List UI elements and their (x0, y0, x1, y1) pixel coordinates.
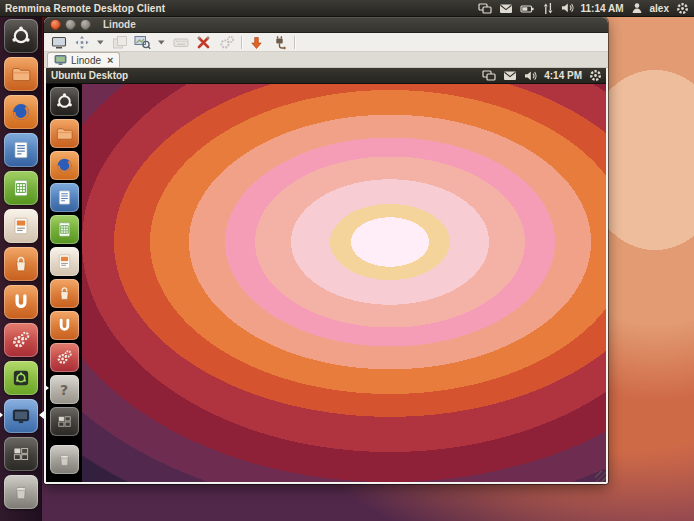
host-indicator-area: 11:14 AM alex (478, 2, 689, 15)
remote-clock[interactable]: 4:14 PM (544, 70, 582, 81)
remote-launcher: ? (46, 84, 82, 482)
switch-tab-button[interactable] (111, 34, 128, 51)
running-indicator-arrow (46, 385, 52, 391)
battery-icon[interactable] (520, 2, 535, 15)
remmina-window: Linode (44, 17, 608, 484)
launcher-item-home-folder[interactable] (4, 57, 38, 91)
launcher-item-firefox[interactable] (4, 95, 38, 129)
user-icon[interactable] (631, 2, 643, 14)
host-launcher (0, 17, 42, 521)
remote-launcher-item-dash-home[interactable] (50, 87, 79, 116)
host-top-panel: Remmina Remote Desktop Client 11:14 AM a… (0, 0, 694, 17)
running-indicator-arrow (0, 411, 7, 419)
remote-wallpaper[interactable] (82, 84, 606, 482)
remote-indicator-area: 4:14 PM (482, 69, 602, 82)
launcher-item-ubuntu-software-center[interactable] (4, 247, 38, 281)
launcher-item-workspace-switcher[interactable] (4, 437, 38, 471)
toolbar-separator (241, 36, 242, 49)
remote-menu-title[interactable]: Ubuntu Desktop (51, 70, 128, 81)
remote-launcher-item-libreoffice-calc[interactable] (50, 215, 79, 244)
tools-button[interactable] (195, 34, 212, 51)
fit-window-dropdown-icon[interactable] (96, 34, 105, 51)
remote-session: Ubuntu Desktop 4:14 PM (46, 68, 606, 482)
session-gear-icon[interactable] (589, 69, 602, 82)
remote-launcher-item-unknown-app[interactable]: ? (50, 375, 79, 404)
workspaces-icon[interactable] (482, 69, 496, 82)
launcher-item-remmina[interactable] (4, 399, 38, 433)
remote-launcher-item-home-folder[interactable] (50, 119, 79, 148)
question-mark-icon: ? (60, 382, 68, 398)
launcher-item-libreoffice-writer[interactable] (4, 133, 38, 167)
toggle-scaled-mode-button[interactable] (134, 34, 151, 51)
remote-launcher-item-ubuntu-software-center[interactable] (50, 279, 79, 308)
remmina-toolbar (44, 33, 608, 52)
messages-icon[interactable] (499, 2, 513, 15)
launcher-item-system-settings[interactable] (4, 323, 38, 357)
launcher-item-ubuntu-app[interactable] (4, 361, 38, 395)
remote-launcher-item-libreoffice-writer[interactable] (50, 183, 79, 212)
tab-label: Linode (71, 55, 101, 66)
scaled-dropdown-icon[interactable] (157, 34, 166, 51)
messages-icon[interactable] (503, 69, 517, 82)
window-titlebar[interactable]: Linode (44, 17, 608, 33)
gears-button[interactable] (218, 34, 235, 51)
desktop: Remmina Remote Desktop Client 11:14 AM a… (0, 0, 694, 521)
remote-launcher-item-system-settings[interactable] (50, 343, 79, 372)
tab-monitor-icon (54, 54, 67, 66)
host-clock[interactable]: 11:14 AM (581, 3, 624, 14)
minimize-button[interactable] (65, 19, 76, 30)
close-button[interactable] (50, 19, 61, 30)
workspaces-icon[interactable] (478, 2, 492, 15)
launcher-item-dash-home[interactable] (4, 19, 38, 53)
remote-launcher-item-libreoffice-impress[interactable] (50, 247, 79, 276)
tab-close-icon[interactable]: × (107, 55, 113, 66)
focused-indicator-arrow (35, 411, 44, 419)
window-title: Linode (103, 19, 136, 30)
toolbar-separator (294, 36, 295, 49)
fit-window-button[interactable] (73, 34, 90, 51)
username[interactable]: alex (650, 3, 669, 14)
disconnect-button[interactable] (271, 34, 288, 51)
sound-icon[interactable] (561, 2, 574, 14)
active-app-title: Remmina Remote Desktop Client (5, 3, 165, 14)
remote-launcher-item-ubuntu-one[interactable] (50, 311, 79, 340)
toggle-fullscreen-button[interactable] (50, 34, 67, 51)
remote-launcher-item-trash[interactable] (50, 445, 79, 474)
window-resize-grip[interactable] (595, 471, 606, 482)
grab-keyboard-button[interactable] (172, 34, 189, 51)
remote-viewport-frame: Ubuntu Desktop 4:14 PM (44, 68, 608, 484)
sound-icon[interactable] (524, 70, 537, 82)
remote-launcher-item-workspace-switcher[interactable] (50, 407, 79, 436)
remote-launcher-item-firefox[interactable] (50, 151, 79, 180)
tab-linode[interactable]: Linode × (47, 52, 120, 67)
launcher-item-libreoffice-calc[interactable] (4, 171, 38, 205)
launcher-item-trash[interactable] (4, 475, 38, 509)
launcher-item-libreoffice-impress[interactable] (4, 209, 38, 243)
launcher-item-ubuntu-one[interactable] (4, 285, 38, 319)
minimize-to-tray-button[interactable] (248, 34, 265, 51)
session-gear-icon[interactable] (676, 2, 689, 15)
tab-bar: Linode × (44, 52, 608, 68)
window-buttons (50, 19, 91, 30)
sync-arrows-icon[interactable] (542, 2, 554, 15)
maximize-button[interactable] (80, 19, 91, 30)
remote-top-panel: Ubuntu Desktop 4:14 PM (46, 68, 606, 84)
